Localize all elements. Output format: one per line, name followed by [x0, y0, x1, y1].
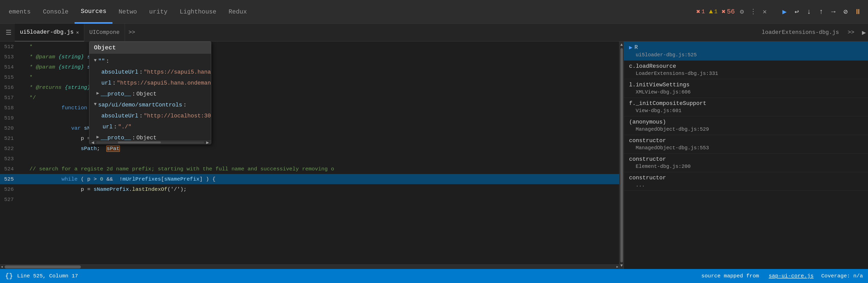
call-stack-name-6: constructor	[629, 156, 666, 163]
source-file-link[interactable]: sap-ui-core.js	[769, 273, 813, 279]
close-button[interactable]: ✕	[762, 7, 768, 17]
deactivate-breakpoints-button[interactable]: ⊘	[840, 6, 851, 17]
line-num-525: 525	[0, 176, 18, 182]
scroll-left-btn[interactable]: ◀	[0, 265, 4, 269]
line-num-514: 514	[0, 64, 18, 70]
tooltip-val-1: "https://sapui5.hana.ondema	[144, 68, 211, 77]
status-braces-icon[interactable]: {}	[5, 272, 13, 280]
pause-button[interactable]: ⏸	[852, 6, 863, 17]
call-stack-item-6[interactable]: constructor Element-dbg.js:200	[624, 153, 868, 172]
tooltip-colon-3: :	[132, 90, 135, 98]
warning-badge[interactable]: ▲ 1	[709, 8, 718, 16]
tooltip-key-6: url	[102, 123, 113, 131]
call-stack-file-3: View-dbg.js:601	[629, 108, 863, 114]
tab-lighthouse[interactable]: Lighthouse	[174, 0, 222, 24]
tab-network[interactable]: Netwo	[113, 0, 143, 24]
more-button[interactable]: ⋮	[749, 7, 757, 17]
call-stack-file-4: ManagedObject-dbg.js:529	[629, 126, 863, 132]
call-stack-item-1[interactable]: c.loadResource LoaderExtensions-dbg.js:3…	[624, 61, 868, 79]
play-icon[interactable]: ▶	[862, 29, 866, 37]
tooltip-expand-3[interactable]: ▶	[96, 90, 99, 97]
resume-button[interactable]: ▶	[779, 6, 790, 17]
scroll-right-btn[interactable]: ▶	[616, 265, 619, 269]
tab-console[interactable]: Console	[37, 0, 74, 24]
code-panel: 512 * 513 * @param {string} sh 514 * @pa…	[0, 41, 619, 269]
arrow-icon-0: ▶	[629, 44, 632, 51]
line-num-520: 520	[0, 125, 18, 131]
tab-elements[interactable]: ements	[3, 0, 37, 24]
tooltip-expand-7[interactable]: ▶	[96, 134, 99, 140]
tab-sources[interactable]: Sources	[74, 0, 113, 24]
file-tab-ui5loader[interactable]: ui5loader-dbg.js ✕	[15, 24, 84, 41]
file-tab-uicomponent[interactable]: UICompone	[84, 24, 125, 41]
tooltip-row-4: ▼ sap/ui/demo/smartControls :	[90, 100, 210, 111]
step-out-button[interactable]: ↑	[815, 6, 827, 17]
debug-controls: ▶ ↩ ↓ ↑ → ⊘ ⏸	[777, 6, 865, 17]
object-tooltip: Object ▼ "" : absoluteUrl : "https://sap…	[89, 41, 211, 144]
status-bar: {} Line 525, Column 17 source mapped fro…	[0, 269, 868, 283]
line-num-523: 523	[0, 156, 18, 162]
code-h-scrollbar[interactable]: ◀ ▶	[0, 264, 619, 269]
tooltip-title: Object	[89, 42, 211, 54]
call-stack-item-5[interactable]: constructor ManagedObject-dbg.js:553	[624, 135, 868, 153]
file-tab-loaderext[interactable]: loaderExtensions-dbg.js	[756, 24, 844, 41]
scroll-down-arrow[interactable]: ▼	[620, 263, 623, 268]
call-stack-func-7: constructor	[629, 175, 863, 181]
step-over-button[interactable]: ↩	[791, 6, 802, 17]
call-stack-name-1: c.loadResource	[629, 63, 676, 69]
call-stack-name-3: f._initCompositeSupport	[629, 101, 706, 107]
call-stack-item-2[interactable]: l.initViewSettings XMLView-dbg.js:606	[624, 79, 868, 98]
tooltip-scroll-right[interactable]: ▶	[206, 140, 209, 145]
issues-badge[interactable]: ✖ 56	[722, 8, 735, 16]
tab-lighthouse-label: Lighthouse	[180, 8, 216, 15]
call-stack-name-5: constructor	[629, 138, 666, 144]
more-file-tabs-button[interactable]: >>	[844, 29, 858, 36]
file-tab-uicomponent-label: UICompone	[89, 29, 120, 36]
call-stack-file-7: ...	[629, 182, 863, 188]
tooltip-val-3: Object	[136, 90, 156, 98]
file-tab-ui5loader-label: ui5loader-dbg.js	[20, 29, 73, 35]
more-tabs-button[interactable]: >>	[125, 29, 139, 36]
tooltip-expand-4[interactable]: ▼	[94, 101, 97, 108]
v-scrollbar-thumb[interactable]	[620, 48, 623, 262]
sidebar-toggle[interactable]: ☰	[2, 26, 15, 39]
call-stack-file-1: LoaderExtensions-dbg.js:331	[629, 70, 863, 77]
file-tab-ui5loader-close[interactable]: ✕	[76, 30, 79, 35]
scroll-up-arrow[interactable]: ▲	[620, 43, 623, 47]
tooltip-colon-4: :	[183, 101, 187, 109]
warning-count: 1	[714, 9, 718, 15]
tab-console-label: Console	[43, 8, 68, 15]
call-stack-item-7[interactable]: constructor ...	[624, 172, 868, 191]
tooltip-val-6: "./"	[118, 123, 131, 131]
source-mapped-label: source mapped from sap-ui-core.js	[701, 273, 813, 279]
call-stack-item-3[interactable]: f._initCompositeSupport View-dbg.js:601	[624, 98, 868, 116]
source-mapped-text: source mapped from	[701, 273, 759, 279]
scrollbar-thumb[interactable]	[5, 265, 81, 268]
tooltip-scrollbar-thumb[interactable]	[118, 141, 161, 143]
call-stack-func-0: ▶ R	[629, 44, 863, 51]
tooltip-scrollbar: ◀ ▶	[89, 140, 211, 144]
call-stack-file-2: XMLView-dbg.js:606	[629, 89, 863, 95]
error-badge[interactable]: ✖ 1	[696, 8, 705, 16]
tab-security[interactable]: urity	[143, 0, 174, 24]
step-button[interactable]: →	[828, 6, 839, 17]
tooltip-key-7: __proto__	[101, 134, 131, 140]
tooltip-colon-1: :	[139, 68, 143, 77]
tooltip-val-5: "http://localhost:3002/smar	[144, 112, 211, 120]
tooltip-colon-7: :	[132, 134, 135, 140]
call-stack-item-4[interactable]: (anonymous) ManagedObject-dbg.js:529	[624, 116, 868, 135]
tooltip-expand-0[interactable]: ▼	[94, 57, 97, 64]
line-num-527: 527	[0, 197, 18, 202]
tab-sources-label: Sources	[81, 8, 106, 15]
call-stack-item-0[interactable]: ▶ R ui5loader-dbg.js:525	[624, 41, 868, 61]
step-into-button[interactable]: ↓	[803, 6, 814, 17]
status-right: source mapped from sap-ui-core.js Covera…	[701, 273, 863, 279]
status-left: {} Line 525, Column 17	[5, 272, 78, 280]
error-count: 1	[702, 9, 705, 15]
line-num-515: 515	[0, 75, 18, 80]
tab-redux[interactable]: Redux	[222, 0, 253, 24]
call-stack-file-6: Element-dbg.js:200	[629, 164, 863, 169]
settings-button[interactable]: ⚙	[739, 7, 745, 17]
right-side: ▲ ▼ ▶ R ui5loader-dbg.js:525 c.loadResou…	[619, 41, 868, 269]
tooltip-scroll-left[interactable]: ◀	[91, 140, 94, 145]
